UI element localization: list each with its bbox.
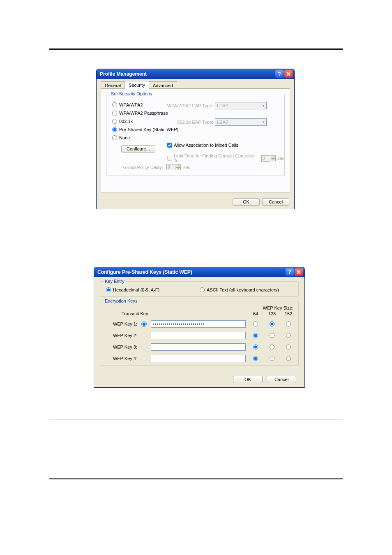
wep-key-1-input[interactable] xyxy=(151,320,246,328)
size-64-label: 64 xyxy=(251,311,261,316)
encryption-keys-group: Encryption Keys Transmit Key WEP Key Siz… xyxy=(100,301,299,366)
wep-key-row-1: WEP Key 1: xyxy=(108,319,293,328)
close-button[interactable] xyxy=(284,70,293,78)
wep-key-1-size-128[interactable] xyxy=(270,321,274,326)
spin-down-icon[interactable]: ▾ xyxy=(271,158,276,161)
page-rule xyxy=(49,420,343,420)
wep-key-2-size-128[interactable] xyxy=(270,333,274,338)
titlebar[interactable]: Configure Pre-Shared Keys (Static WEP) ? xyxy=(94,267,304,277)
wep-key-3-input[interactable] xyxy=(151,343,246,351)
transmit-key-3-radio[interactable] xyxy=(141,345,147,350)
8021x-eap-type-value: LEAP xyxy=(217,120,228,125)
size-152-label: 152 xyxy=(284,311,293,316)
wep-key-row-4: WEP Key 4: xyxy=(108,354,293,363)
wep-key-2-size-152[interactable] xyxy=(286,333,291,338)
wep-key-row-2: WEP Key 2: xyxy=(108,331,293,340)
titlebar[interactable]: Profile Management ? xyxy=(97,69,294,79)
ok-button[interactable]: OK xyxy=(233,198,260,206)
transmit-key-2-radio[interactable] xyxy=(141,333,147,338)
wep-key-4-size-64[interactable] xyxy=(253,356,258,361)
set-security-options-group: Set Security Options WPA/WPA2 WPA/WPA2 P… xyxy=(106,94,285,176)
wpa-eap-type-combo[interactable]: LEAP ▾ xyxy=(215,102,267,109)
group-policy-delay-unit: sec xyxy=(183,165,190,170)
transmit-key-4-radio[interactable] xyxy=(141,356,147,361)
spin-down-icon[interactable]: ▾ xyxy=(176,167,181,170)
wep-key-3-size-152[interactable] xyxy=(286,345,291,349)
configure-button[interactable]: Configure... xyxy=(121,145,155,153)
radio-hex-label: Hexadecimal (0-9, A-F) xyxy=(113,287,159,292)
wep-key-size-columns: 64 128 152 xyxy=(251,311,293,316)
wep-key-size-header: WEP Key Size: xyxy=(263,305,293,310)
wep-key-3-label: WEP Key 3: xyxy=(108,345,137,349)
8021x-eap-type-combo[interactable]: LEAP ▾ xyxy=(215,118,267,126)
radio-hex[interactable]: Hexadecimal (0-9, A-F) xyxy=(106,287,159,292)
wep-key-3-size-64[interactable] xyxy=(253,345,258,349)
spin-up-icon[interactable]: ▴ xyxy=(271,155,276,158)
cancel-button[interactable]: Cancel xyxy=(262,198,289,206)
profile-management-dialog: Profile Management ? General Security Ad… xyxy=(96,69,295,209)
wep-key-2-label: WEP Key 2: xyxy=(108,333,137,338)
group-legend: Set Security Options xyxy=(110,91,153,96)
radio-8021x[interactable]: 802.1x xyxy=(112,119,133,124)
key-entry-legend: Key Entry xyxy=(104,279,126,284)
wep-key-3-size-128[interactable] xyxy=(270,345,274,349)
radio-8021x-label: 802.1x xyxy=(119,119,133,124)
group-policy-delay-value[interactable] xyxy=(166,164,175,170)
page-rule xyxy=(49,419,343,419)
radio-psk-label: Pre-Shared Key (Static WEP) xyxy=(119,127,178,132)
radio-wpa[interactable]: WPA/WPA2 xyxy=(112,102,143,107)
limit-time-checkbox[interactable]: Limit Time for Finding Domain Controller… xyxy=(167,153,284,163)
radio-none-label: None xyxy=(119,135,130,140)
tab-security[interactable]: Security xyxy=(125,81,149,89)
encryption-keys-legend: Encryption Keys xyxy=(104,298,138,303)
group-policy-delay-spinner[interactable]: ▴▾ sec xyxy=(166,164,190,170)
chevron-down-icon: ▾ xyxy=(263,104,265,108)
radio-ascii[interactable]: ASCII Text (all keyboard characters) xyxy=(200,287,279,292)
key-entry-group: Key Entry Hexadecimal (0-9, A-F) ASCII T… xyxy=(100,281,299,297)
wep-key-4-input[interactable] xyxy=(151,355,246,362)
security-tab-panel: Set Security Options WPA/WPA2 WPA/WPA2 P… xyxy=(101,88,290,192)
limit-time-unit: sec xyxy=(277,156,284,161)
limit-time-spinner[interactable]: ▴▾ xyxy=(261,155,276,162)
page-rule xyxy=(49,49,343,50)
limit-time-label: Limit Time for Finding Domain Controller… xyxy=(174,153,260,163)
wep-key-2-input[interactable] xyxy=(151,332,246,339)
wep-key-4-size-152[interactable] xyxy=(286,356,291,361)
transmit-key-1-radio[interactable] xyxy=(141,321,147,327)
radio-wpa-pass-label: WPA/WPA2 Passphrase xyxy=(119,111,168,116)
page-rule xyxy=(49,49,343,49)
page-rule xyxy=(49,478,343,479)
transmit-key-header: Transmit Key xyxy=(122,311,148,316)
help-button[interactable]: ? xyxy=(275,70,284,78)
limit-time-value[interactable] xyxy=(261,155,270,162)
group-policy-delay-label: Group Policy Delay: xyxy=(123,165,163,170)
radio-psk-static-wep[interactable]: Pre-Shared Key (Static WEP) xyxy=(112,127,178,132)
wep-key-1-size-152[interactable] xyxy=(286,321,291,326)
allow-mixed-cells-checkbox[interactable]: Allow Association to Mixed Cells xyxy=(167,143,238,148)
wpa-eap-type-label: WPA/WPA2 EAP Type: xyxy=(161,103,213,108)
radio-wpa-passphrase[interactable]: WPA/WPA2 Passphrase xyxy=(112,111,168,116)
window-title: Configure Pre-Shared Keys (Static WEP) xyxy=(97,269,285,275)
close-button[interactable] xyxy=(295,268,303,276)
chevron-down-icon: ▾ xyxy=(263,120,265,124)
radio-none[interactable]: None xyxy=(112,135,130,140)
allow-mixed-cells-label: Allow Association to Mixed Cells xyxy=(174,143,238,148)
page-rule xyxy=(49,479,343,479)
window-title: Profile Management xyxy=(100,71,274,77)
radio-wpa-label: WPA/WPA2 xyxy=(119,102,143,107)
wep-key-4-size-128[interactable] xyxy=(270,356,274,361)
wep-key-row-3: WEP Key 3: xyxy=(108,342,293,352)
cancel-button[interactable]: Cancel xyxy=(267,376,296,383)
wep-key-4-label: WEP Key 4: xyxy=(108,356,137,361)
configure-wep-dialog: Configure Pre-Shared Keys (Static WEP) ?… xyxy=(94,267,305,388)
size-128-label: 128 xyxy=(267,311,277,316)
wep-key-1-size-64[interactable] xyxy=(253,321,258,326)
wep-key-2-size-64[interactable] xyxy=(253,333,258,338)
ok-button[interactable]: OK xyxy=(233,376,263,383)
radio-ascii-label: ASCII Text (all keyboard characters) xyxy=(207,287,279,292)
spin-up-icon[interactable]: ▴ xyxy=(176,164,181,167)
wpa-eap-type-value: LEAP xyxy=(217,103,228,108)
wep-key-1-label: WEP Key 1: xyxy=(108,321,137,326)
help-button[interactable]: ? xyxy=(286,268,294,276)
8021x-eap-type-label: 802.1x EAP Type: xyxy=(169,120,213,125)
